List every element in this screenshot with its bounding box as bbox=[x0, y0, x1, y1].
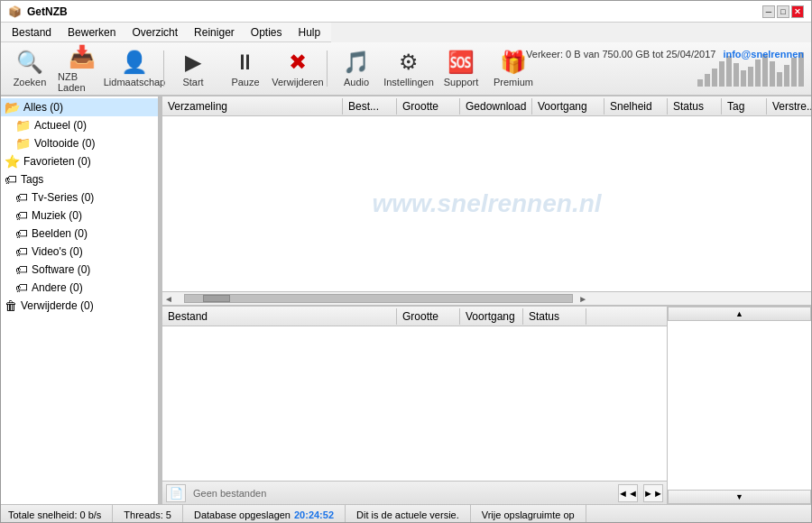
upper-table-header: Verzameling Best... Grootte Gedownload V… bbox=[162, 96, 811, 116]
nav-prev-button[interactable]: ◄◄ bbox=[618, 484, 638, 502]
toolbar-lidmaatschap[interactable]: 👤 Lidmaatschap bbox=[109, 45, 160, 92]
menu-hulp[interactable]: Hulp bbox=[291, 24, 328, 41]
instellingen-icon: ⚙ bbox=[399, 50, 419, 75]
status-bar: Totale snelheid: 0 b/s Threads: 5 Databa… bbox=[1, 504, 811, 523]
speed-bar-12 bbox=[777, 72, 782, 87]
tag-icon-muziek: 🏷 bbox=[15, 208, 28, 223]
toolbar-instellingen-label: Instellingen bbox=[383, 77, 434, 87]
th-grootte[interactable]: Grootte bbox=[397, 98, 460, 115]
th-verzameling[interactable]: Verzameling bbox=[162, 98, 343, 115]
toolbar-start-label: Start bbox=[182, 77, 203, 87]
lower-right-panel: ▲ ▼ bbox=[667, 307, 811, 504]
toolbar-verwijderen[interactable]: ✖ Verwijderen bbox=[272, 45, 323, 92]
menu-overzicht[interactable]: Overzicht bbox=[125, 24, 185, 41]
traffic-email: info@snelrennen bbox=[723, 49, 804, 60]
speed-bar-6 bbox=[734, 63, 739, 87]
status-database-time: 20:24:52 bbox=[294, 509, 334, 520]
menu-reiniger[interactable]: Reiniger bbox=[187, 24, 242, 41]
th-tag[interactable]: Tag bbox=[722, 98, 767, 115]
sidebar-label-tv-series: Tv-Series (0) bbox=[32, 191, 94, 204]
app-title: GetNZB bbox=[27, 5, 68, 18]
scroll-arrow-right[interactable]: ► bbox=[577, 294, 589, 304]
upper-table[interactable]: www.snelrennen.nl bbox=[162, 116, 811, 291]
th-status[interactable]: Status bbox=[668, 98, 722, 115]
th-snelheid[interactable]: Snelheid bbox=[604, 98, 668, 115]
sidebar-item-favorieten[interactable]: ⭐ Favorieten (0) bbox=[1, 152, 158, 170]
sidebar-label-favorieten: Favorieten (0) bbox=[23, 155, 91, 168]
toolbar-audio[interactable]: 🎵 Audio bbox=[331, 45, 382, 92]
sidebar-item-beelden[interactable]: 🏷 Beelden (0) bbox=[1, 225, 158, 243]
sidebar-label-tags: Tags bbox=[21, 173, 43, 186]
sidebar-label-alles: Alles (0) bbox=[23, 101, 63, 114]
sidebar-item-alles[interactable]: 📂 Alles (0) bbox=[1, 98, 158, 116]
toolbar-nzb-laden-label: NZB Laden bbox=[58, 71, 106, 93]
lower-th-status[interactable]: Status bbox=[523, 308, 586, 325]
vscroll-down-button[interactable]: ▼ bbox=[668, 490, 811, 504]
sidebar-label-andere: Andere (0) bbox=[32, 281, 83, 294]
sidebar-label-beelden: Beelden (0) bbox=[32, 227, 88, 240]
vscroll-up-button[interactable]: ▲ bbox=[668, 307, 811, 321]
menu-opties[interactable]: Opties bbox=[244, 24, 290, 41]
sidebar-item-muziek[interactable]: 🏷 Muziek (0) bbox=[1, 206, 158, 225]
hscroll-track[interactable] bbox=[184, 294, 573, 303]
close-button[interactable]: ✕ bbox=[791, 5, 804, 18]
sidebar-item-verwijderde[interactable]: 🗑 Verwijderde (0) bbox=[1, 297, 158, 315]
lower-toolbar: 📄 Geen bestanden ◄◄ ►► bbox=[162, 481, 667, 504]
tag-icon-beelden: 🏷 bbox=[15, 226, 28, 241]
traffic-info: Verkeer: 0 B van 750.00 GB tot 25/04/201… bbox=[526, 49, 715, 60]
sidebar-item-software[interactable]: 🏷 Software (0) bbox=[1, 261, 158, 279]
toolbar-zoeken[interactable]: 🔍 Zoeken bbox=[5, 45, 55, 92]
th-gedownload[interactable]: Gedownload bbox=[460, 98, 532, 115]
geen-bestanden-label: Geen bestanden bbox=[193, 488, 266, 499]
sidebar-item-actueel[interactable]: 📁 Actueel (0) bbox=[1, 116, 158, 134]
toolbar-instellingen[interactable]: ⚙ Instellingen bbox=[383, 45, 434, 92]
start-icon: ▶ bbox=[185, 50, 201, 75]
th-best[interactable]: Best... bbox=[343, 98, 397, 115]
toolbar-zoeken-label: Zoeken bbox=[14, 77, 47, 87]
lower-th-grootte[interactable]: Grootte bbox=[397, 308, 460, 325]
speed-bar-3 bbox=[712, 69, 717, 87]
toolbar-separator-2 bbox=[327, 50, 328, 87]
menu-bewerken[interactable]: Bewerken bbox=[60, 24, 123, 41]
th-verstre[interactable]: Verstre... bbox=[767, 98, 811, 115]
lower-table: Bestand Grootte Voortgang Status 📄 Geen … bbox=[162, 307, 667, 504]
toolbar-support[interactable]: 🆘 Support bbox=[436, 45, 486, 92]
lower-right-scroll-track[interactable] bbox=[668, 321, 811, 490]
scroll-arrow-left[interactable]: ◄ bbox=[162, 294, 175, 304]
app-icon: 📦 bbox=[8, 5, 22, 18]
speed-bar-13 bbox=[784, 65, 789, 87]
sidebar-item-tv-series[interactable]: 🏷 Tv-Series (0) bbox=[1, 188, 158, 206]
toolbar-nzb-laden[interactable]: 📥 NZB Laden bbox=[57, 45, 107, 92]
lower-th-voortgang[interactable]: Voortgang bbox=[460, 308, 523, 325]
watermark: www.snelrennen.nl bbox=[372, 189, 601, 218]
tags-icon: 🏷 bbox=[5, 172, 17, 187]
status-speed-label: Totale snelheid: 0 b/s bbox=[8, 509, 101, 520]
lower-tool-doc-button[interactable]: 📄 bbox=[166, 484, 186, 502]
lower-table-body bbox=[162, 326, 667, 481]
lidmaatschap-icon: 👤 bbox=[121, 50, 148, 75]
sidebar-label-muziek: Muziek (0) bbox=[32, 209, 82, 222]
support-icon: 🆘 bbox=[448, 50, 475, 75]
title-bar-controls: ─ □ ✕ bbox=[762, 5, 804, 18]
maximize-button[interactable]: □ bbox=[777, 5, 789, 18]
sidebar-item-andere[interactable]: 🏷 Andere (0) bbox=[1, 279, 158, 297]
lower-area: Bestand Grootte Voortgang Status 📄 Geen … bbox=[162, 306, 811, 504]
toolbar-pauze[interactable]: ⏸ Pauze bbox=[220, 45, 271, 92]
toolbar-support-label: Support bbox=[444, 77, 479, 87]
nav-next-button[interactable]: ►► bbox=[643, 484, 663, 502]
main-area: 📂 Alles (0) 📁 Actueel (0) 📁 Voltooide (0… bbox=[1, 96, 811, 504]
sidebar-item-tags[interactable]: 🏷 Tags bbox=[1, 170, 158, 188]
hscroll-thumb[interactable] bbox=[203, 295, 230, 302]
sidebar-item-voltooide[interactable]: 📁 Voltooide (0) bbox=[1, 134, 158, 152]
horizontal-scrollbar[interactable]: ◄ ► bbox=[162, 291, 811, 306]
lower-th-bestand[interactable]: Bestand bbox=[162, 308, 397, 325]
toolbar-start[interactable]: ▶ Start bbox=[168, 45, 218, 92]
status-threads: Threads: 5 bbox=[113, 505, 183, 523]
sidebar-item-videos[interactable]: 🏷 Video's (0) bbox=[1, 243, 158, 261]
minimize-button[interactable]: ─ bbox=[762, 5, 775, 18]
status-database-label: Database opgeslagen bbox=[194, 509, 291, 520]
status-storage: Vrije opslagruimte op bbox=[471, 505, 586, 523]
menu-bestand[interactable]: Bestand bbox=[5, 24, 59, 41]
th-voortgang[interactable]: Voortgang bbox=[532, 98, 604, 115]
speed-bar-1 bbox=[697, 79, 703, 87]
